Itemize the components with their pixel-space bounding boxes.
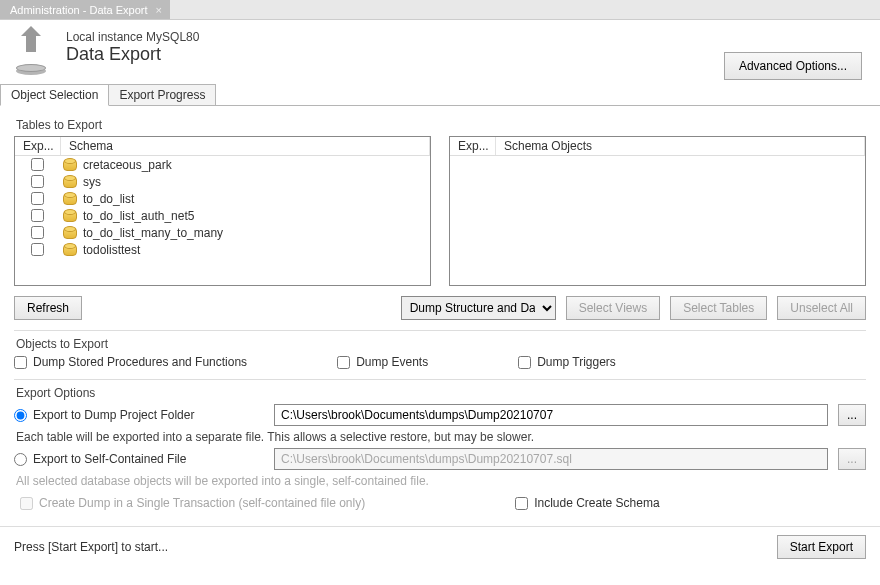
single-transaction-checkbox[interactable]: Create Dump in a Single Transaction (sel… <box>20 496 365 510</box>
schema-name: todolisttest <box>83 243 140 257</box>
tab-export-progress[interactable]: Export Progress <box>108 84 216 105</box>
database-icon <box>63 244 77 256</box>
schema-name: cretaceous_park <box>83 158 172 172</box>
schema-objects-list[interactable]: Exp... Schema Objects <box>449 136 866 286</box>
schema-name: sys <box>83 175 101 189</box>
table-row[interactable]: to_do_list_auth_net5 <box>15 207 430 224</box>
header: Local instance MySQL80 Data Export Advan… <box>0 20 880 78</box>
col-exp-header[interactable]: Exp... <box>15 137 61 155</box>
select-tables-button[interactable]: Select Tables <box>670 296 767 320</box>
table-row[interactable]: sys <box>15 173 430 190</box>
database-icon <box>63 176 77 188</box>
export-file-radio[interactable]: Export to Self-Contained File <box>14 452 264 466</box>
schema-name: to_do_list <box>83 192 134 206</box>
schema-checkbox[interactable] <box>31 192 44 205</box>
dump-events-checkbox[interactable]: Dump Events <box>337 355 428 369</box>
tables-to-export-label: Tables to Export <box>16 118 866 132</box>
col-objects-header[interactable]: Schema Objects <box>496 137 865 155</box>
schema-list[interactable]: Exp... Schema cretaceous_parksysto_do_li… <box>14 136 431 286</box>
schema-checkbox[interactable] <box>31 209 44 222</box>
refresh-button[interactable]: Refresh <box>14 296 82 320</box>
folder-path-input[interactable] <box>274 404 828 426</box>
schema-checkbox[interactable] <box>31 243 44 256</box>
table-row[interactable]: cretaceous_park <box>15 156 430 173</box>
database-icon <box>63 227 77 239</box>
database-icon <box>63 210 77 222</box>
col-schema-header[interactable]: Schema <box>61 137 430 155</box>
col-exp-header-right[interactable]: Exp... <box>450 137 496 155</box>
page-title: Data Export <box>66 44 199 65</box>
include-create-schema-checkbox[interactable]: Include Create Schema <box>515 496 659 510</box>
dump-type-select[interactable]: Dump Structure and Dat <box>401 296 556 320</box>
table-row[interactable]: to_do_list <box>15 190 430 207</box>
close-icon[interactable]: × <box>156 4 162 16</box>
app-tab-data-export[interactable]: Administration - Data Export × <box>0 0 170 19</box>
schema-name: to_do_list_many_to_many <box>83 226 223 240</box>
app-tab-label: Administration - Data Export <box>10 4 148 16</box>
start-export-button[interactable]: Start Export <box>777 535 866 559</box>
unselect-all-button[interactable]: Unselect All <box>777 296 866 320</box>
advanced-options-button[interactable]: Advanced Options... <box>724 52 862 80</box>
tab-object-selection[interactable]: Object Selection <box>0 84 109 106</box>
export-folder-radio[interactable]: Export to Dump Project Folder <box>14 408 264 422</box>
browse-file-button[interactable]: ... <box>838 448 866 470</box>
instance-label: Local instance MySQL80 <box>66 30 199 44</box>
database-icon <box>63 159 77 171</box>
table-row[interactable]: to_do_list_many_to_many <box>15 224 430 241</box>
file-path-input[interactable] <box>274 448 828 470</box>
browse-folder-button[interactable]: ... <box>838 404 866 426</box>
inner-tabs: Object Selection Export Progress <box>0 84 880 106</box>
export-options-label: Export Options <box>16 386 866 400</box>
folder-hint: Each table will be exported into a separ… <box>16 430 864 444</box>
dump-procedures-checkbox[interactable]: Dump Stored Procedures and Functions <box>14 355 247 369</box>
schema-name: to_do_list_auth_net5 <box>83 209 194 223</box>
export-icon <box>12 34 52 74</box>
select-views-button[interactable]: Select Views <box>566 296 660 320</box>
objects-to-export-label: Objects to Export <box>16 337 866 351</box>
schema-checkbox[interactable] <box>31 175 44 188</box>
schema-checkbox[interactable] <box>31 226 44 239</box>
schema-checkbox[interactable] <box>31 158 44 171</box>
footer-hint: Press [Start Export] to start... <box>14 540 168 554</box>
file-hint: All selected database objects will be ex… <box>16 474 864 488</box>
dump-triggers-checkbox[interactable]: Dump Triggers <box>518 355 616 369</box>
app-tab-strip: Administration - Data Export × <box>0 0 880 20</box>
database-icon <box>63 193 77 205</box>
table-row[interactable]: todolisttest <box>15 241 430 258</box>
